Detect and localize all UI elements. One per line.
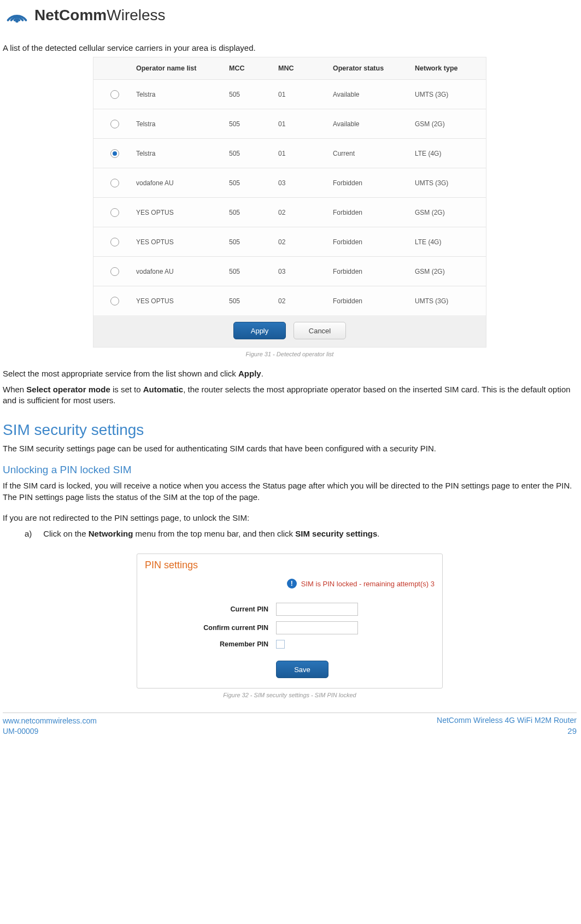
operator-mcc-cell: 505	[229, 150, 278, 157]
unlocking-pin-heading: Unlocking a PIN locked SIM	[3, 464, 577, 476]
operator-mcc-cell: 505	[229, 209, 278, 216]
col-mcc: MCC	[229, 64, 278, 72]
unlocking-pin-para: If the SIM card is locked, you will rece…	[3, 480, 577, 503]
operator-net-cell: GSM (2G)	[415, 120, 486, 128]
remember-pin-checkbox[interactable]	[276, 640, 285, 649]
brand-bold: NetComm	[34, 7, 107, 23]
pin-settings-title: PIN settings	[145, 560, 435, 571]
operator-status-cell: Forbidden	[333, 209, 415, 216]
operator-radio[interactable]	[110, 149, 119, 158]
footer-url: www.netcommwireless.com	[3, 716, 97, 725]
step-a: a) Click on the Networking menu from the…	[25, 529, 577, 538]
operator-net-cell: UMTS (3G)	[415, 91, 486, 98]
redirect-para: If you are not redirected to the PIN set…	[3, 513, 577, 523]
operator-status-cell: Available	[333, 91, 415, 98]
netcomm-icon	[4, 2, 30, 28]
para-automatic-mode: When Select operator mode is set to Auto…	[3, 384, 577, 407]
para-select-apply: Select the most appropriate service from…	[3, 368, 577, 379]
operator-radio[interactable]	[110, 120, 119, 128]
operator-net-cell: LTE (4G)	[415, 150, 486, 157]
operator-name-cell: Telstra	[136, 91, 229, 98]
figure-32-caption: Figure 32 - SIM security settings - SIM …	[3, 692, 577, 698]
svg-point-0	[15, 20, 19, 23]
operator-mnc-cell: 01	[278, 150, 333, 157]
operator-radio[interactable]	[110, 297, 119, 305]
operator-name-cell: YES OPTUS	[136, 297, 229, 305]
operator-mnc-cell: 02	[278, 238, 333, 246]
pin-alert-text: SIM is PIN locked - remaining attempt(s)…	[301, 580, 435, 588]
brand-text: NetCommWireless	[34, 7, 166, 24]
operator-net-cell: GSM (2G)	[415, 268, 486, 275]
info-icon: !	[287, 579, 297, 588]
save-button[interactable]: Save	[276, 661, 328, 678]
operator-button-bar: Apply Cancel	[93, 315, 486, 347]
confirm-pin-label: Confirm current PIN	[145, 624, 276, 632]
current-pin-input[interactable]	[276, 603, 358, 616]
operator-row[interactable]: vodafone AU50503ForbiddenUMTS (3G)	[93, 168, 486, 197]
current-pin-label: Current PIN	[145, 605, 276, 613]
operator-row[interactable]: YES OPTUS50502ForbiddenGSM (2G)	[93, 197, 486, 227]
footer-code: UM-00009	[3, 726, 97, 737]
operator-mnc-cell: 01	[278, 120, 333, 128]
col-operator-name: Operator name list	[136, 64, 229, 72]
intro-text: A list of the detected cellular service …	[3, 43, 577, 54]
operator-status-cell: Forbidden	[333, 179, 415, 187]
operator-row[interactable]: YES OPTUS50502ForbiddenLTE (4G)	[93, 227, 486, 256]
confirm-pin-input[interactable]	[276, 621, 358, 634]
sim-security-para: The SIM security settings page can be us…	[3, 443, 577, 454]
operator-name-cell: YES OPTUS	[136, 238, 229, 246]
operator-status-cell: Forbidden	[333, 238, 415, 246]
operator-radio[interactable]	[110, 179, 119, 187]
operator-list-panel: Operator name list MCC MNC Operator stat…	[93, 57, 486, 348]
operator-mnc-cell: 03	[278, 268, 333, 275]
operator-row[interactable]: vodafone AU50503ForbiddenGSM (2G)	[93, 256, 486, 286]
operator-status-cell: Forbidden	[333, 297, 415, 305]
operator-mcc-cell: 505	[229, 238, 278, 246]
sim-security-heading: SIM security settings	[3, 421, 577, 439]
operator-radio[interactable]	[110, 90, 119, 99]
operator-net-cell: UMTS (3G)	[415, 179, 486, 187]
operator-radio[interactable]	[110, 267, 119, 276]
col-status: Operator status	[333, 64, 415, 72]
footer-page-number: 29	[437, 726, 577, 737]
col-network-type: Network type	[415, 64, 486, 72]
operator-mcc-cell: 505	[229, 179, 278, 187]
operator-table-header: Operator name list MCC MNC Operator stat…	[93, 57, 486, 79]
operator-mcc-cell: 505	[229, 91, 278, 98]
operator-status-cell: Available	[333, 120, 415, 128]
apply-button[interactable]: Apply	[233, 322, 286, 339]
operator-name-cell: vodafone AU	[136, 268, 229, 275]
footer-product: NetComm Wireless 4G WiFi M2M Router	[437, 716, 577, 725]
operator-name-cell: Telstra	[136, 150, 229, 157]
operator-mcc-cell: 505	[229, 120, 278, 128]
operator-mnc-cell: 01	[278, 91, 333, 98]
operator-radio[interactable]	[110, 238, 119, 246]
operator-mnc-cell: 03	[278, 179, 333, 187]
operator-row[interactable]: Telstra50501AvailableGSM (2G)	[93, 109, 486, 138]
operator-net-cell: LTE (4G)	[415, 238, 486, 246]
operator-status-cell: Current	[333, 150, 415, 157]
operator-name-cell: vodafone AU	[136, 179, 229, 187]
figure-31-caption: Figure 31 - Detected operator list	[3, 351, 577, 357]
operator-row[interactable]: YES OPTUS50502ForbiddenUMTS (3G)	[93, 286, 486, 315]
operator-net-cell: UMTS (3G)	[415, 297, 486, 305]
cancel-button[interactable]: Cancel	[294, 322, 346, 339]
pin-settings-panel: PIN settings ! SIM is PIN locked - remai…	[137, 554, 443, 688]
remember-pin-label: Remember PIN	[145, 640, 276, 648]
brand-logo: NetCommWireless	[4, 2, 577, 28]
operator-mcc-cell: 505	[229, 297, 278, 305]
operator-mcc-cell: 505	[229, 268, 278, 275]
footer-rule	[3, 713, 577, 713]
operator-row[interactable]: Telstra50501AvailableUMTS (3G)	[93, 79, 486, 109]
operator-row[interactable]: Telstra50501CurrentLTE (4G)	[93, 138, 486, 168]
operator-mnc-cell: 02	[278, 297, 333, 305]
operator-name-cell: Telstra	[136, 120, 229, 128]
operator-name-cell: YES OPTUS	[136, 209, 229, 216]
col-mnc: MNC	[278, 64, 333, 72]
page-footer: www.netcommwireless.com UM-00009 NetComm…	[3, 715, 577, 737]
operator-status-cell: Forbidden	[333, 268, 415, 275]
operator-net-cell: GSM (2G)	[415, 209, 486, 216]
pin-alert: ! SIM is PIN locked - remaining attempt(…	[145, 579, 435, 588]
operator-radio[interactable]	[110, 208, 119, 217]
brand-light: Wireless	[107, 7, 165, 23]
